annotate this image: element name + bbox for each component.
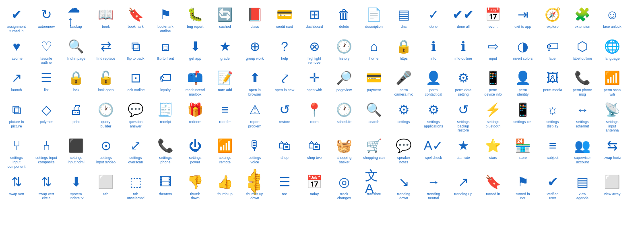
- settings-ethernet[interactable]: ↔settings ethernet: [568, 98, 597, 134]
- subject[interactable]: ≡subject: [538, 134, 568, 170]
- lock-open[interactable]: 🔓lock open: [91, 67, 121, 98]
- credit-card[interactable]: 💳credit card: [270, 3, 299, 35]
- help[interactable]: ?help: [270, 35, 299, 67]
- swap-vert-circle[interactable]: ⇅swap vert circle: [31, 171, 61, 202]
- open-with[interactable]: ✛open with: [299, 67, 329, 98]
- extension[interactable]: 🧩extension: [568, 3, 597, 35]
- label-outline[interactable]: ⬡label outline: [568, 35, 597, 67]
- swap-vert[interactable]: ⇅swap vert: [2, 171, 31, 202]
- track-changes[interactable]: ◎track changes: [329, 171, 359, 202]
- exit-to-app[interactable]: ⇥exit to app: [508, 3, 538, 35]
- search[interactable]: 🔍search: [359, 98, 389, 134]
- history[interactable]: 🕐history: [329, 35, 359, 67]
- shop[interactable]: 🛍shop: [270, 134, 299, 170]
- home[interactable]: ⌂home: [359, 35, 389, 67]
- lock-outline[interactable]: ⊡lock outline: [121, 67, 151, 98]
- settings-input-hdmi[interactable]: ⬛settings input hdmi: [61, 134, 91, 170]
- settings-input-component[interactable]: ⑂settings input component: [2, 134, 31, 170]
- find-in-page[interactable]: 🔍find in page: [61, 35, 91, 67]
- system-update-tv[interactable]: ⬇system update tv: [61, 171, 91, 202]
- room[interactable]: 📍room: [299, 98, 329, 134]
- face-unlock[interactable]: ☺face unlock: [597, 3, 627, 35]
- find-replace[interactable]: ⇄find replace: [91, 35, 121, 67]
- backup[interactable]: ☁↑backup: [61, 3, 91, 35]
- settings-input-composite[interactable]: ⑃settings Input composite: [31, 134, 61, 170]
- reorder[interactable]: ≡reorder: [210, 98, 240, 134]
- favorite-outline[interactable]: ♡favorite outline: [31, 35, 61, 67]
- flip-to-back[interactable]: ⧉flip to back: [121, 35, 151, 67]
- markunread-mailbox[interactable]: 📫markunread mailbox: [180, 67, 210, 98]
- settings-power[interactable]: ⏻settings power: [180, 134, 210, 170]
- highlight-remove[interactable]: ⊗highlight remove: [299, 35, 329, 67]
- settings-backup-restore[interactable]: ↺settings backup restore: [448, 98, 478, 134]
- perm-phone-msg[interactable]: 📞perm phone msg: [568, 67, 597, 98]
- query-builder[interactable]: 🕐query builder: [91, 98, 121, 134]
- favorite[interactable]: ♥favorite: [2, 35, 31, 67]
- perm-camera-mic[interactable]: 🎤perm camera mic: [389, 67, 419, 98]
- tab-unselected[interactable]: ⬚tab unselected: [121, 171, 151, 202]
- restore[interactable]: ↺restore: [270, 98, 299, 134]
- receipt[interactable]: 🧾receipt: [151, 98, 180, 134]
- label[interactable]: 🏷label: [538, 35, 568, 67]
- flip-to-front[interactable]: ⧈flip to front: [151, 35, 180, 67]
- tab[interactable]: ⬜tab: [91, 171, 121, 202]
- redeem[interactable]: 🎁redeem: [180, 98, 210, 134]
- info-outline[interactable]: ℹinfo outline: [448, 35, 478, 67]
- info[interactable]: ℹinfo: [419, 35, 448, 67]
- settings-phone[interactable]: 📞settings phone: [151, 134, 180, 170]
- dns[interactable]: ▤dns: [389, 3, 419, 35]
- shopping-basket[interactable]: 🧺shopping basket: [329, 134, 359, 170]
- dashboard[interactable]: ⊞dashboard: [299, 3, 329, 35]
- picture-in-picture[interactable]: ⧉picture in picture: [2, 98, 31, 134]
- view-array[interactable]: ⬜view array: [597, 171, 627, 202]
- schedule[interactable]: 🕐schedule: [329, 98, 359, 134]
- settings-remote[interactable]: 📶settings remote: [210, 134, 240, 170]
- verified-user[interactable]: ✔verified user: [538, 171, 568, 202]
- event[interactable]: 📅event: [478, 3, 508, 35]
- settings-input-antenna[interactable]: 📡settings input antenna: [597, 98, 627, 134]
- trending-neutral[interactable]: →trending neutral: [419, 171, 448, 202]
- bookmark-outline[interactable]: ⚑bookmark outline: [151, 3, 180, 35]
- spellcheck[interactable]: A✓spellcheck: [419, 134, 448, 170]
- bug-report[interactable]: 🐛bug report: [180, 3, 210, 35]
- settings-input-svideo[interactable]: ⊙settings input svideo: [91, 134, 121, 170]
- theaters[interactable]: 🎞theaters: [151, 171, 180, 202]
- https[interactable]: 🔒https: [389, 35, 419, 67]
- settings-voice[interactable]: 🎙settings voice: [240, 134, 270, 170]
- delete[interactable]: 🗑delete: [329, 3, 359, 35]
- turned-in-not[interactable]: ⚑turned in not: [508, 171, 538, 202]
- perm-contact-cal[interactable]: 👤perm contact cal: [419, 67, 448, 98]
- today[interactable]: 📅today: [299, 171, 329, 202]
- question-answer[interactable]: 💬question answer: [121, 98, 151, 134]
- star-rate[interactable]: ★star rate: [448, 134, 478, 170]
- input[interactable]: ⇨input: [478, 35, 508, 67]
- perm-data-setting[interactable]: ⚙perm data setting: [448, 67, 478, 98]
- perm-device-info[interactable]: 📱perm device info: [478, 67, 508, 98]
- print[interactable]: 🖨print: [61, 98, 91, 134]
- explore[interactable]: 🧭explore: [538, 3, 568, 35]
- open-in-browser[interactable]: ⬆open in browser: [240, 67, 270, 98]
- thumb-up[interactable]: 👍thumb up: [210, 171, 240, 202]
- autorenew[interactable]: ↻autorenew: [31, 3, 61, 35]
- supervisor-account[interactable]: 👥supervisor account: [568, 134, 597, 170]
- cached[interactable]: 🔄cached: [210, 3, 240, 35]
- trending-down[interactable]: ↘trending down: [389, 171, 419, 202]
- speaker-notes[interactable]: 💬speaker notes: [389, 134, 419, 170]
- settings-display[interactable]: ☼settings display: [538, 98, 568, 134]
- done-all[interactable]: ✔✔done all: [448, 3, 478, 35]
- lock[interactable]: 🔒lock: [61, 67, 91, 98]
- polymer[interactable]: ◇polymer: [31, 98, 61, 134]
- list[interactable]: ☰list: [31, 67, 61, 98]
- toc[interactable]: ☰toc: [270, 171, 299, 202]
- settings-cell[interactable]: 📱settings cell: [508, 98, 538, 134]
- grade[interactable]: ★grade: [210, 35, 240, 67]
- swap-horiz[interactable]: ⇆swap horiz: [597, 134, 627, 170]
- assignment-turned-in[interactable]: ✔assignment turned in: [2, 3, 31, 35]
- invert-colors[interactable]: ◑invert colors: [508, 35, 538, 67]
- shopping-cart[interactable]: 🛒shopping can: [359, 134, 389, 170]
- loyalty[interactable]: 🏷loyalty: [151, 67, 180, 98]
- language[interactable]: 🌐language: [597, 35, 627, 67]
- turned-in[interactable]: 🔖turned in: [478, 171, 508, 202]
- report-problem[interactable]: ⚠report problem: [240, 98, 270, 134]
- translate[interactable]: 文Atranslate: [359, 171, 389, 202]
